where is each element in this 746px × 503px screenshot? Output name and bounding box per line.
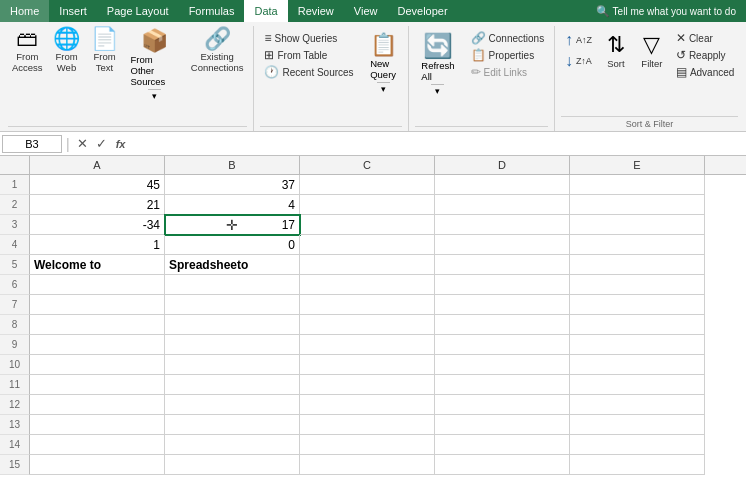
cell[interactable]: [30, 455, 165, 475]
cell[interactable]: [165, 295, 300, 315]
cell[interactable]: 37: [165, 175, 300, 195]
cell[interactable]: [570, 415, 705, 435]
cell[interactable]: [570, 295, 705, 315]
refresh-dropdown[interactable]: ▾: [431, 84, 444, 97]
from-web-button[interactable]: 🌐 FromWeb: [49, 26, 85, 76]
cell[interactable]: [435, 415, 570, 435]
cell[interactable]: [570, 235, 705, 255]
clear-button[interactable]: ✕ Clear: [672, 30, 738, 46]
cell[interactable]: [165, 415, 300, 435]
cell[interactable]: [435, 395, 570, 415]
cell[interactable]: [300, 295, 435, 315]
menu-view[interactable]: View: [344, 0, 388, 22]
cell[interactable]: [300, 375, 435, 395]
sort-button[interactable]: ⇅ Sort: [600, 30, 632, 71]
row-number[interactable]: 12: [0, 395, 30, 415]
from-other-dropdown[interactable]: ▾: [148, 89, 161, 102]
filter-button[interactable]: ▽ Filter: [636, 30, 668, 71]
cell[interactable]: [570, 335, 705, 355]
cell[interactable]: 45: [30, 175, 165, 195]
cell[interactable]: [435, 455, 570, 475]
reapply-button[interactable]: ↺ Reapply: [672, 47, 738, 63]
cell[interactable]: [435, 255, 570, 275]
cell[interactable]: [300, 195, 435, 215]
name-box[interactable]: [2, 135, 62, 153]
menu-home[interactable]: Home: [0, 0, 49, 22]
cell[interactable]: [570, 275, 705, 295]
cell[interactable]: [435, 215, 570, 235]
cell[interactable]: [30, 315, 165, 335]
cell[interactable]: [300, 415, 435, 435]
menu-tell-me[interactable]: 🔍 Tell me what you want to do: [586, 0, 746, 22]
edit-links-button[interactable]: ✏ Edit Links: [467, 64, 549, 80]
from-access-button[interactable]: 🗃 FromAccess: [8, 26, 47, 76]
cell[interactable]: [435, 315, 570, 335]
cell[interactable]: -34: [30, 215, 165, 235]
advanced-button[interactable]: ▤ Advanced: [672, 64, 738, 80]
from-text-button[interactable]: 📄 FromText: [87, 26, 123, 76]
col-header-e[interactable]: E: [570, 156, 705, 174]
row-number[interactable]: 8: [0, 315, 30, 335]
from-table-button[interactable]: ⊞ From Table: [260, 47, 357, 63]
cell[interactable]: [300, 355, 435, 375]
cell[interactable]: [570, 395, 705, 415]
cell[interactable]: [435, 295, 570, 315]
cell[interactable]: [165, 275, 300, 295]
cell[interactable]: [165, 435, 300, 455]
cell[interactable]: 0: [165, 235, 300, 255]
cell[interactable]: [570, 455, 705, 475]
row-number[interactable]: 10: [0, 355, 30, 375]
cell[interactable]: [435, 235, 570, 255]
sort-az-button[interactable]: ↑ A↑Z: [561, 30, 596, 50]
col-header-d[interactable]: D: [435, 156, 570, 174]
menu-formulas[interactable]: Formulas: [179, 0, 245, 22]
menu-developer[interactable]: Developer: [387, 0, 457, 22]
cell[interactable]: [435, 175, 570, 195]
connections-button[interactable]: 🔗 Connections: [467, 30, 549, 46]
menu-data[interactable]: Data: [244, 0, 287, 22]
col-header-a[interactable]: A: [30, 156, 165, 174]
row-number[interactable]: 7: [0, 295, 30, 315]
row-number[interactable]: 1: [0, 175, 30, 195]
cell[interactable]: [570, 355, 705, 375]
from-other-sources-button[interactable]: 📦 From OtherSources ▾: [125, 26, 185, 102]
confirm-formula-button[interactable]: ✓: [93, 136, 110, 151]
cell[interactable]: [435, 195, 570, 215]
cell[interactable]: [30, 355, 165, 375]
cell[interactable]: [435, 275, 570, 295]
cell[interactable]: [435, 435, 570, 455]
cell[interactable]: Welcome to: [30, 255, 165, 275]
cell[interactable]: [165, 375, 300, 395]
refresh-all-button[interactable]: 🔄 RefreshAll ▾: [415, 30, 460, 97]
cancel-formula-button[interactable]: ✕: [74, 136, 91, 151]
cell[interactable]: [165, 315, 300, 335]
cell[interactable]: [570, 215, 705, 235]
cell[interactable]: [570, 435, 705, 455]
cell[interactable]: [300, 315, 435, 335]
cell[interactable]: [165, 355, 300, 375]
cell[interactable]: [165, 395, 300, 415]
cell[interactable]: [570, 195, 705, 215]
cell[interactable]: [435, 355, 570, 375]
cell[interactable]: Spreadsheeto: [165, 255, 300, 275]
row-number[interactable]: 6: [0, 275, 30, 295]
row-number[interactable]: 4: [0, 235, 30, 255]
cell[interactable]: [300, 455, 435, 475]
cell[interactable]: [165, 335, 300, 355]
cell[interactable]: [300, 435, 435, 455]
cell[interactable]: [300, 175, 435, 195]
cell[interactable]: [30, 275, 165, 295]
cell[interactable]: [570, 255, 705, 275]
row-number[interactable]: 11: [0, 375, 30, 395]
col-header-b[interactable]: B: [165, 156, 300, 174]
cell[interactable]: [300, 335, 435, 355]
cell[interactable]: [300, 215, 435, 235]
cell[interactable]: [300, 395, 435, 415]
row-number[interactable]: 5: [0, 255, 30, 275]
fx-button[interactable]: fx: [112, 138, 130, 150]
cell[interactable]: 21: [30, 195, 165, 215]
cell[interactable]: [435, 375, 570, 395]
cell[interactable]: [165, 455, 300, 475]
row-number[interactable]: 13: [0, 415, 30, 435]
properties-button[interactable]: 📋 Properties: [467, 47, 549, 63]
